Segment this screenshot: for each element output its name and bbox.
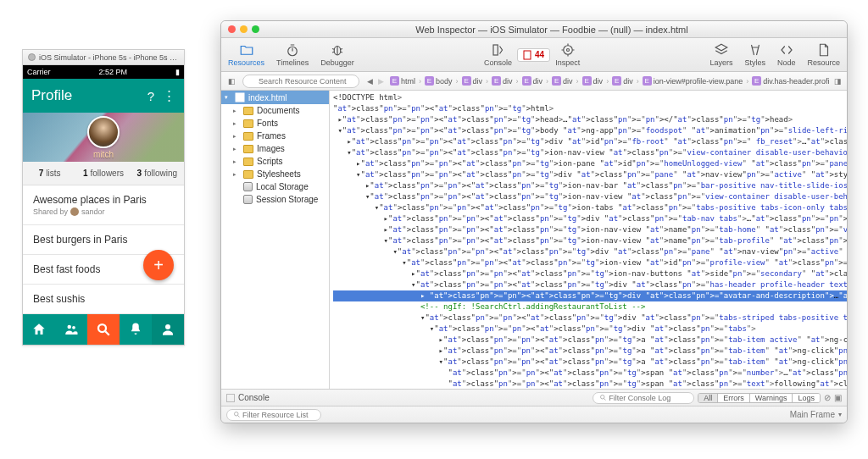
resource-tree[interactable]: ▾ index.html ▸Documents▸Fonts▸Frames▸Ima…	[221, 91, 330, 389]
dom-line[interactable]: ▸"at">class"pn">="pn"><"at">class"pn">="…	[333, 346, 847, 357]
nav-timelines[interactable]: Timelines	[276, 42, 309, 67]
tab-search[interactable]	[87, 314, 120, 345]
seg-warnings[interactable]: Warnings	[750, 394, 793, 402]
seg-all[interactable]: All	[698, 394, 718, 402]
dom-line[interactable]: ▸"at">class"pn">="pn"><"at">class"pn">="…	[333, 335, 847, 346]
dom-line[interactable]: ▸"at">class"pn">="pn"><"at">class"pn">="…	[333, 158, 847, 169]
breadcrumb-item[interactable]: Ediv.has-header.profile-header.text-cent…	[748, 76, 829, 86]
minimize-icon[interactable]	[240, 25, 248, 33]
console-filter-input[interactable]	[593, 392, 694, 404]
dom-line[interactable]: ▾"at">class"pn">="pn"><"at">class"pn">="…	[333, 279, 847, 290]
dom-line[interactable]: ▾"at">class"pn">="pn"><"at">class"pn">="…	[333, 312, 847, 324]
tab-people[interactable]	[55, 314, 87, 345]
sidebar-toggle-icon[interactable]: ◧	[225, 77, 239, 86]
dom-line[interactable]: ▾"at">class"pn">="pn"><"at">class"pn">="…	[333, 202, 847, 213]
avatar[interactable]	[87, 116, 120, 148]
breadcrumb-item[interactable]: Eion-view#profile-view.pane	[639, 76, 747, 86]
tree-folder[interactable]: ▸Fonts	[221, 117, 329, 130]
help-icon[interactable]: ?	[147, 89, 154, 103]
breadcrumb-item[interactable]: Ediv	[548, 76, 576, 86]
dom-line[interactable]: ▸"at">class"pn">="pn"><"at">class"pn">="…	[333, 136, 847, 147]
breadcrumb-item[interactable]: Ediv	[519, 76, 547, 86]
tab-home[interactable]	[23, 314, 55, 345]
breadcrumb-item[interactable]: Ebody	[421, 76, 456, 86]
element-badge-icon: E	[552, 76, 561, 86]
breadcrumb-item[interactable]: Ediv	[609, 76, 637, 86]
dom-line[interactable]: ▾"at">class"pn">="pn"><"at">class"pn">="…	[333, 257, 847, 268]
dom-line[interactable]: ▾"at">class"pn">="pn"><"at">class"pn">="…	[333, 169, 847, 180]
dom-line[interactable]: ▸ "at">class"pn">="pn"><"at">class"pn">=…	[333, 290, 847, 301]
tab-notifications[interactable]	[120, 314, 152, 345]
dom-line[interactable]: ▾"at">class"pn">="pn"><"at">class"pn">="…	[333, 147, 847, 158]
console-drawer-header: Console All Errors Warnings Logs ⊘ ▣	[221, 389, 847, 406]
dom-line[interactable]: ▾"at">class"pn">="pn"><"at">class"pn">="…	[333, 324, 847, 335]
nav-layers[interactable]: Layers	[709, 42, 732, 67]
tree-root[interactable]: ▾ index.html	[221, 91, 329, 104]
log-level-segment[interactable]: All Errors Warnings Logs	[698, 393, 821, 403]
toggle-drawer-icon[interactable]: ▣	[834, 393, 842, 402]
seg-errors[interactable]: Errors	[718, 394, 750, 402]
right-sidebar-toggle-icon[interactable]: ◨	[829, 77, 847, 86]
dom-line[interactable]: <!DOCTYPE html>	[333, 92, 847, 103]
tree-folder[interactable]: ▸Stylesheets	[221, 168, 329, 180]
dom-line[interactable]: ▾"at">class"pn">="pn"><"at">class"pn">="…	[333, 191, 847, 202]
svg-line-3	[105, 331, 109, 335]
breadcrumb-item[interactable]: Ehtml	[387, 76, 419, 86]
dom-line[interactable]: ▾"at">class"pn">="pn"><"at">class"pn">="…	[333, 246, 847, 257]
dom-line[interactable]: "at">class"pn">="pn"><"at">class"pn">="t…	[333, 379, 847, 389]
main-frame-label[interactable]: Main Frame	[790, 410, 835, 419]
dom-line[interactable]: ▸"at">class"pn">="pn"><"at">class"pn">="…	[333, 213, 847, 224]
dom-line[interactable]: ▸"at">class"pn">="pn"><"at">class"pn">="…	[333, 180, 847, 191]
search-input[interactable]	[242, 75, 359, 88]
list-item[interactable]: Best sushis	[23, 285, 184, 314]
dom-line[interactable]: ▾"at">class"pn">="pn"><"at">class"pn">="…	[333, 235, 847, 246]
svg-line-11	[341, 49, 342, 50]
close-icon[interactable]	[228, 25, 236, 33]
seg-logs[interactable]: Logs	[793, 394, 820, 402]
tree-storage[interactable]: Local Storage	[221, 180, 329, 193]
nav-debugger[interactable]: Debugger	[320, 42, 354, 67]
stat-lists[interactable]: 7lists	[23, 162, 76, 185]
tree-folder[interactable]: ▸Frames	[221, 130, 329, 142]
nav-fwd-icon[interactable]: ▶	[376, 77, 387, 86]
inspector-titlebar[interactable]: Web Inspector — iOS Simulator — Foodbie …	[221, 21, 847, 38]
nav-styles[interactable]: Styles	[744, 42, 765, 67]
stat-following[interactable]: 3following	[131, 162, 184, 185]
frame-menu-icon[interactable]: ▾	[838, 411, 842, 418]
breadcrumb-item[interactable]: Ediv	[459, 76, 487, 86]
zoom-icon[interactable]	[252, 25, 259, 33]
dom-source-panel[interactable]: <!DOCTYPE html>"at">class"pn">="pn"><"at…	[330, 91, 847, 389]
dom-line[interactable]: "at">class"pn">="pn"><"at">class"pn">="t…	[333, 368, 847, 379]
dom-line[interactable]: ▸"at">class"pn">="pn"><"at">class"pn">="…	[333, 114, 847, 125]
dom-line[interactable]: ▾"at">class"pn">="pn"><"at">class"pn">="…	[333, 357, 847, 368]
tab-profile[interactable]	[152, 314, 184, 345]
menu-icon[interactable]: ⋮	[163, 88, 175, 103]
clear-console-icon[interactable]: ⊘	[824, 393, 831, 402]
nav-node[interactable]: Node	[777, 42, 796, 67]
element-badge-icon: E	[582, 76, 592, 86]
console-label[interactable]: Console	[238, 393, 270, 402]
tree-folder[interactable]: ▸Scripts	[221, 155, 329, 168]
nav-back-icon[interactable]: ◀	[364, 77, 376, 86]
breadcrumb-item[interactable]: Ediv	[579, 76, 607, 86]
styles-icon	[748, 42, 763, 58]
issue-badge[interactable]: 44	[517, 48, 550, 62]
nav-inspect[interactable]: Inspect	[555, 42, 580, 67]
tree-folder[interactable]: ▸Images	[221, 142, 329, 155]
tree-folder[interactable]: ▸Documents	[221, 104, 329, 117]
list-item[interactable]: Awesome places in Paris Shared by sandor	[23, 185, 184, 225]
dom-line[interactable]: "at">class"pn">="pn"><"at">class"pn">="t…	[333, 103, 847, 114]
nav-resource[interactable]: Resource	[807, 42, 840, 67]
dom-line[interactable]: ▾"at">class"pn">="pn"><"at">class"pn">="…	[333, 125, 847, 136]
dom-line[interactable]: <!-- ngIf: !SearchCtrl.addingRestaurantT…	[333, 301, 847, 312]
dom-line[interactable]: ▸"at">class"pn">="pn"><"at">class"pn">="…	[333, 224, 847, 235]
dom-line[interactable]: ▸"at">class"pn">="pn"><"at">class"pn">="…	[333, 268, 847, 279]
fab-add-button[interactable]: +	[143, 250, 174, 280]
tree-storage[interactable]: Session Storage	[221, 193, 329, 206]
nav-resources[interactable]: Resources	[228, 42, 264, 67]
breadcrumb-item[interactable]: Ediv	[488, 76, 516, 86]
element-badge-icon: E	[752, 76, 761, 86]
nav-console[interactable]: Console	[484, 42, 512, 67]
svg-rect-14	[493, 45, 498, 55]
stat-followers[interactable]: 1followers	[76, 162, 130, 185]
